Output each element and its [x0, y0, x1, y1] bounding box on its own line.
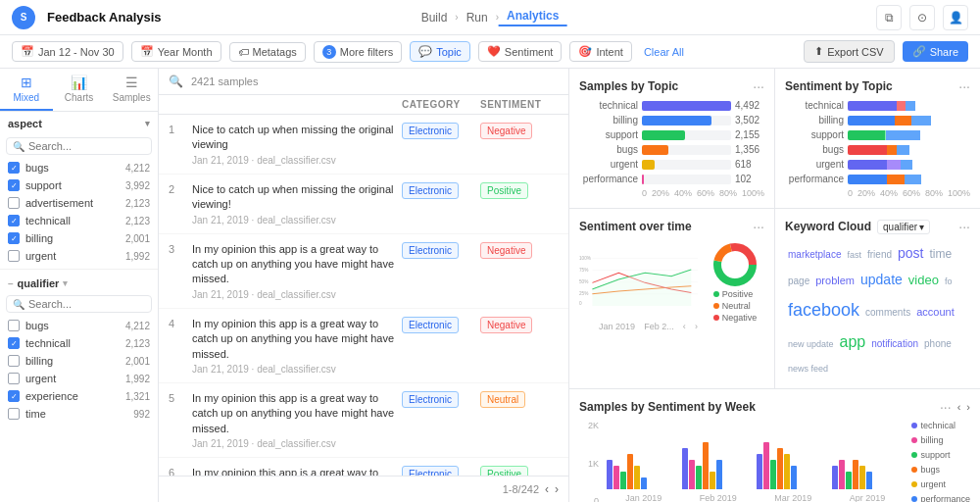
- topic-filter[interactable]: 💬 Topic: [410, 41, 470, 62]
- sample-row[interactable]: 3 In my opinion this app is a great way …: [159, 234, 568, 309]
- aspect-search-input[interactable]: [28, 140, 145, 152]
- aspect-search[interactable]: 🔍: [6, 137, 152, 155]
- time-nav-next[interactable]: ›: [695, 322, 698, 331]
- qualifier-checkbox[interactable]: [8, 320, 20, 331]
- bar-item: [784, 454, 790, 489]
- pagination-prev[interactable]: ‹: [545, 482, 549, 496]
- svg-text:100%: 100%: [579, 256, 591, 261]
- nav-run[interactable]: Run: [459, 11, 496, 25]
- keyword[interactable]: news feed: [788, 361, 828, 376]
- keyword[interactable]: notification: [871, 335, 918, 353]
- qualifier-checkbox[interactable]: [8, 355, 20, 367]
- time-nav-prev[interactable]: ‹: [683, 322, 686, 331]
- qualifier-item[interactable]: ✓ technicall 2,123: [0, 334, 158, 352]
- tab-charts[interactable]: 📊 Charts: [53, 69, 106, 111]
- keyword[interactable]: comments: [865, 304, 910, 322]
- keyword[interactable]: fast: [847, 247, 861, 263]
- sentiment-by-topic-chart: Sentiment by Topic ··· technical billing…: [775, 69, 980, 208]
- date-filter[interactable]: 📅 Jan 12 - Nov 30: [12, 41, 123, 62]
- sample-row[interactable]: 2 Nice to catch up when missing the orig…: [159, 175, 568, 234]
- aspect-checkbox[interactable]: ✓: [8, 215, 20, 226]
- qualifier-item-count: 4,212: [125, 321, 150, 331]
- qualifier-dropdown[interactable]: qualifier ▾: [877, 220, 930, 234]
- keyword[interactable]: facebook: [788, 294, 859, 326]
- bar-value: 102: [735, 174, 764, 184]
- qualifier-checkbox[interactable]: ✓: [8, 337, 20, 349]
- qualifier-item[interactable]: ✓ experience 1,321: [0, 387, 158, 405]
- samples-topic-menu[interactable]: ···: [753, 78, 764, 94]
- intent-filter[interactable]: 🎯 Intent: [569, 41, 632, 62]
- export-csv-button[interactable]: ⬆ Export CSV: [804, 40, 894, 63]
- aspect-checkbox[interactable]: ✓: [8, 179, 20, 191]
- keyword[interactable]: problem: [815, 272, 855, 291]
- keyword[interactable]: app: [840, 328, 866, 357]
- keyword[interactable]: page: [788, 273, 809, 290]
- sentiment-week-next[interactable]: ›: [966, 401, 970, 413]
- aspect-item[interactable]: ✓ bugs 4,212: [0, 159, 158, 176]
- keyword[interactable]: video: [908, 269, 939, 291]
- qualifier-item[interactable]: bugs 4,212: [0, 317, 158, 334]
- qualifier-header[interactable]: – qualifier ▾: [0, 274, 158, 293]
- copy-button[interactable]: ⧉: [876, 5, 902, 30]
- qualifier-checkbox[interactable]: [8, 408, 20, 420]
- sample-row[interactable]: 1 Nice to catch up when missing the orig…: [159, 115, 568, 175]
- nav-analytics[interactable]: Analytics: [499, 9, 566, 26]
- aspect-item[interactable]: advertisement 2,123: [0, 194, 158, 212]
- share-button[interactable]: 🔗 Share: [903, 41, 968, 62]
- keyword[interactable]: update: [860, 268, 903, 292]
- qualifier-item-label: experience: [25, 390, 120, 402]
- nav-build[interactable]: Build: [414, 11, 456, 25]
- year-month-filter[interactable]: 📅 Year Month: [131, 41, 221, 62]
- qualifier-search-input[interactable]: [28, 298, 145, 310]
- sentiment-time-menu[interactable]: ···: [753, 219, 764, 234]
- tab-mixed[interactable]: ⊞ Mixed: [0, 69, 53, 111]
- aspect-item[interactable]: ✓ billing 2,001: [0, 229, 158, 247]
- keyword[interactable]: phone: [924, 335, 952, 353]
- qualifier-checkbox[interactable]: ✓: [8, 390, 20, 402]
- qualifier-search[interactable]: 🔍: [6, 295, 152, 313]
- sample-text-block: Nice to catch up when missing the origin…: [192, 123, 402, 166]
- pagination-next[interactable]: ›: [555, 482, 559, 496]
- aspect-header[interactable]: aspect ▾: [0, 112, 158, 135]
- keyword[interactable]: account: [916, 303, 955, 323]
- keyword[interactable]: friend: [867, 246, 892, 264]
- clear-all-button[interactable]: Clear All: [644, 46, 684, 58]
- topic-bar-row: billing 3,502: [579, 115, 764, 126]
- aspect-item[interactable]: ✓ support 3,992: [0, 176, 158, 194]
- sentiment-week-prev[interactable]: ‹: [957, 401, 961, 413]
- aspect-checkbox[interactable]: ✓: [8, 162, 20, 174]
- aspect-checkbox[interactable]: [8, 250, 20, 262]
- sample-row[interactable]: 4 In my opinion this app is a great way …: [159, 309, 568, 383]
- keyword[interactable]: post: [898, 241, 923, 266]
- aspect-item[interactable]: urgent 1,992: [0, 247, 158, 265]
- qualifier-checkbox[interactable]: [8, 373, 20, 384]
- aspect-checkbox[interactable]: ✓: [8, 232, 20, 244]
- stacked-bar: [848, 130, 970, 140]
- sample-row[interactable]: 6 In my opinion this app is a great way …: [159, 458, 568, 476]
- aspect-item[interactable]: ✓ technicall 2,123: [0, 212, 158, 229]
- sentiment-filter[interactable]: ❤️ Sentiment: [478, 41, 563, 62]
- keyword[interactable]: new update: [788, 336, 834, 352]
- sample-number: 3: [169, 242, 192, 255]
- qualifier-item[interactable]: urgent 1,992: [0, 370, 158, 387]
- qualifier-item-label: billing: [25, 355, 120, 367]
- sample-number: 6: [169, 466, 192, 476]
- sample-row[interactable]: 5 In my opinion this app is a great way …: [159, 383, 568, 458]
- keyword[interactable]: time: [929, 244, 952, 266]
- aspect-checkbox[interactable]: [8, 197, 20, 209]
- bar-legend: technicalbillingsupportbugsurgentperform…: [911, 421, 970, 502]
- bar-value: 2,155: [735, 129, 764, 140]
- keyword[interactable]: fo: [945, 274, 953, 289]
- keyword[interactable]: marketplace: [788, 246, 841, 264]
- keyword-menu[interactable]: ···: [958, 219, 970, 234]
- sample-text-block: Nice to catch up when missing the origin…: [192, 182, 402, 226]
- sentiment-week-menu[interactable]: ···: [940, 399, 952, 415]
- profile-button[interactable]: 👤: [943, 5, 968, 30]
- settings-button[interactable]: ⊙: [909, 5, 935, 30]
- qualifier-item[interactable]: billing 2,001: [0, 352, 158, 370]
- sentiment-topic-menu[interactable]: ···: [958, 78, 970, 94]
- metatags-filter[interactable]: 🏷 Metatags: [229, 42, 306, 62]
- tab-samples[interactable]: ☰ Samples: [105, 69, 158, 111]
- more-filters[interactable]: 3 More filters: [314, 41, 402, 63]
- qualifier-item[interactable]: time 992: [0, 405, 158, 423]
